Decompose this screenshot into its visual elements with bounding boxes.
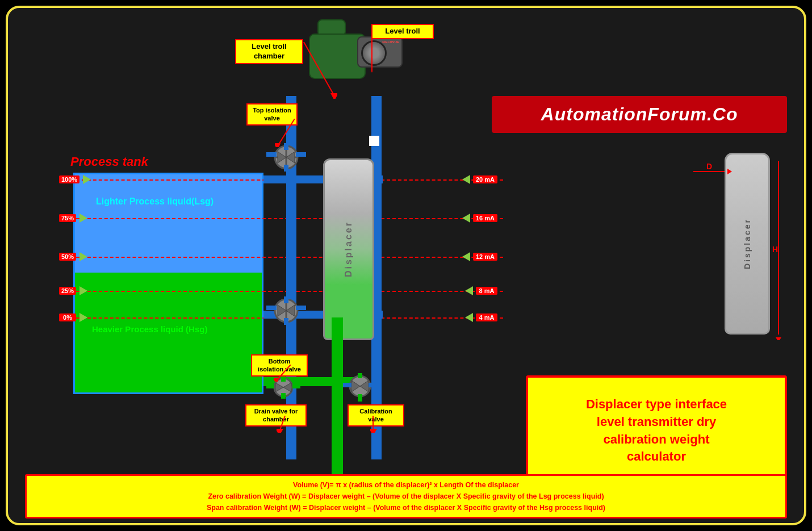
- formula-line-3: Span calibration Weight (W) = Displacer …: [32, 502, 780, 513]
- formula-footer: Volume (V)= π x (radius of the displacer…: [25, 474, 787, 519]
- pct-arrow-25: [79, 286, 87, 295]
- displacer-chamber: Displacer: [323, 158, 374, 340]
- arrow-top-isolation: [275, 119, 298, 147]
- pct-badge-25: 25%: [59, 287, 76, 295]
- formula-line-2: Zero calibration Weight (W) = Displacer …: [32, 491, 780, 502]
- ma-badge-8: 8 mA: [476, 287, 497, 295]
- formula-line-1: Volume (V)= π x (radius of the displacer…: [32, 479, 780, 491]
- banner-text: AutomationForum.Co: [541, 104, 738, 125]
- connector-detail-white: [369, 136, 379, 146]
- pct-badge-100: 100%: [59, 175, 79, 183]
- automation-banner: AutomationForum.Co: [492, 96, 787, 133]
- svg-marker-45: [776, 337, 781, 340]
- svg-marker-36: [277, 429, 283, 433]
- drain-pipe-vertical: [332, 317, 343, 465]
- ma-badge-16: 16 mA: [473, 214, 497, 222]
- label-level-troll: Level troll: [371, 24, 434, 39]
- svg-line-31: [278, 119, 295, 146]
- pct-badge-0: 0%: [59, 313, 76, 321]
- arrow-troll-chamber: [303, 42, 337, 99]
- pct-marker-0: 0%: [59, 313, 87, 322]
- ma-arrow-20: [462, 175, 470, 184]
- label-troll-chamber: Level troll chamber: [235, 39, 303, 64]
- arrow-bottom-isolation: [274, 365, 296, 382]
- pct-marker-100: 100%: [59, 175, 91, 184]
- displacer-chamber-label: Displacer: [344, 221, 354, 277]
- tank-border: [73, 173, 263, 394]
- arrow-drain-valve: [277, 416, 294, 433]
- arrow-level-troll: [371, 28, 372, 74]
- dimension-h: H: [770, 158, 787, 340]
- svg-marker-30: [330, 93, 337, 99]
- ma-badge-20: 20 mA: [473, 175, 497, 183]
- lt-lens: [361, 40, 387, 66]
- process-tank-label: Process tank: [70, 154, 148, 169]
- ma-marker-4: 4 mA: [465, 313, 497, 322]
- pct-arrow-75: [79, 214, 87, 223]
- ma-badge-4: 4 mA: [476, 313, 497, 321]
- lt-brand: FIELDVUE: [382, 40, 399, 44]
- pct-arrow-100: [83, 175, 91, 184]
- ma-badge-12: 12 mA: [473, 253, 497, 261]
- ma-marker-12: 12 mA: [462, 252, 497, 261]
- ma-arrow-4: [465, 313, 473, 322]
- svg-marker-32: [275, 143, 281, 147]
- calibration-valve-svg: [343, 370, 377, 402]
- process-tank: [73, 173, 263, 394]
- calculator-text: Displacer type interface level transmitt…: [586, 396, 727, 466]
- pct-badge-50: 50%: [59, 253, 76, 261]
- ma-arrow-16: [462, 214, 470, 223]
- svg-marker-34: [274, 378, 279, 382]
- svg-line-29: [304, 42, 334, 96]
- lt-transmitter: FIELDVUE: [357, 36, 403, 68]
- svg-marker-38: [370, 429, 377, 433]
- ma-arrow-8: [465, 286, 473, 295]
- pct-marker-25: 25%: [59, 286, 87, 295]
- pct-arrow-50: [79, 252, 87, 261]
- svg-text:H: H: [772, 245, 778, 254]
- pct-arrow-0: [79, 313, 87, 322]
- calculator-box: Displacer type interface level transmitt…: [526, 375, 787, 486]
- svg-marker-28: [371, 65, 372, 73]
- pct-badge-75: 75%: [59, 214, 76, 222]
- svg-text:D: D: [706, 162, 712, 171]
- label-drain-valve: Drain valve for chamber: [245, 404, 307, 427]
- ma-arrow-12: [462, 252, 470, 261]
- top-isolation-valve-svg: [266, 143, 306, 172]
- pct-marker-50: 50%: [59, 252, 87, 261]
- ma-marker-8: 8 mA: [465, 286, 497, 295]
- ma-marker-16: 16 mA: [462, 214, 497, 223]
- dimension-d: D: [690, 160, 736, 183]
- ma-marker-20: 20 mA: [462, 175, 497, 184]
- pct-marker-75: 75%: [59, 214, 87, 223]
- main-container: AutomationForum.Co Process tank Lighter …: [6, 6, 806, 525]
- svg-marker-41: [727, 169, 732, 174]
- bottom-isolation-valve-svg: [266, 296, 306, 325]
- arrow-calibration-valve: [370, 416, 387, 433]
- displacer-diagram-label: Displacer: [743, 218, 752, 269]
